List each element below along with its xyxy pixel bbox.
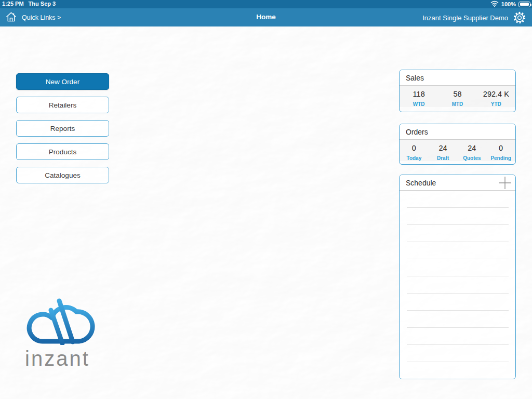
inzant-logo-text: inzant xyxy=(25,348,98,369)
stat-label: Quotes xyxy=(458,155,487,161)
stat-value: 292.4 K xyxy=(477,90,515,98)
reports-label: Reports xyxy=(50,125,75,132)
stat-label: Draft xyxy=(429,155,458,161)
stat-label: MTD xyxy=(438,101,476,107)
account-name: Inzant Single Supplier Demo xyxy=(422,14,508,22)
sales-stat-mtd: 58 MTD xyxy=(438,90,476,107)
reports-button[interactable]: Reports xyxy=(16,120,109,137)
inzant-logo: inzant xyxy=(25,296,98,369)
schedule-row xyxy=(407,294,509,311)
orders-card: Orders 0 Today 24 Draft 24 Quotes 0 Pend… xyxy=(399,124,516,165)
status-bar: 1:25 PM Thu Sep 3 100% xyxy=(0,0,532,8)
sales-stat-ytd: 292.4 K YTD xyxy=(477,90,515,107)
status-time-date: 1:25 PM Thu Sep 3 xyxy=(2,1,56,7)
schedule-row xyxy=(407,208,509,225)
stat-label: WTD xyxy=(400,101,438,107)
retailers-button[interactable]: Retailers xyxy=(16,97,109,113)
schedule-row xyxy=(407,259,509,276)
schedule-row xyxy=(407,345,509,362)
products-button[interactable]: Products xyxy=(16,143,109,160)
clock-date: Thu Sep 3 xyxy=(29,1,56,7)
catalogues-button[interactable]: Catalogues xyxy=(16,167,109,183)
products-label: Products xyxy=(49,148,76,156)
schedule-row xyxy=(407,242,509,259)
battery-icon xyxy=(518,2,530,7)
battery-percent: 100% xyxy=(501,1,516,7)
schedule-row xyxy=(407,276,509,294)
new-order-button[interactable]: New Order xyxy=(16,73,109,90)
stat-value: 24 xyxy=(458,144,487,152)
stat-value: 24 xyxy=(429,144,458,152)
add-schedule-button[interactable] xyxy=(498,176,512,190)
catalogues-label: Catalogues xyxy=(45,171,80,179)
orders-card-title: Orders xyxy=(400,124,515,140)
schedule-list xyxy=(400,191,515,379)
orders-stat-draft: 24 Draft xyxy=(429,144,458,161)
stat-value: 0 xyxy=(400,144,429,152)
stat-label: YTD xyxy=(477,101,515,107)
schedule-card-title: Schedule xyxy=(406,179,436,187)
sales-card-title: Sales xyxy=(400,70,515,86)
orders-stat-pending: 0 Pending xyxy=(486,144,515,161)
stat-value: 0 xyxy=(486,144,515,152)
schedule-card: Schedule xyxy=(399,175,516,379)
nav-bar: Quick Links > Home Inzant Single Supplie… xyxy=(0,8,532,26)
schedule-row xyxy=(407,328,509,345)
stat-value: 118 xyxy=(400,90,438,98)
sales-card: Sales 118 WTD 58 MTD 292.4 K YTD xyxy=(399,70,516,112)
orders-stat-quotes: 24 Quotes xyxy=(458,144,487,161)
plus-icon xyxy=(498,176,512,190)
stat-value: 58 xyxy=(438,90,476,98)
wifi-icon xyxy=(490,1,499,8)
schedule-row xyxy=(407,311,509,328)
orders-stat-today: 0 Today xyxy=(400,144,429,161)
stat-label: Today xyxy=(400,155,429,161)
schedule-row xyxy=(407,225,509,242)
inzant-cloud-icon xyxy=(25,296,98,345)
retailers-label: Retailers xyxy=(49,101,76,109)
sales-stat-wtd: 118 WTD xyxy=(400,90,438,107)
settings-button[interactable] xyxy=(512,10,527,25)
new-order-label: New Order xyxy=(46,78,79,86)
clock-time: 1:25 PM xyxy=(2,1,24,7)
gear-icon xyxy=(513,11,526,24)
stat-label: Pending xyxy=(486,155,515,161)
schedule-row xyxy=(407,191,509,208)
